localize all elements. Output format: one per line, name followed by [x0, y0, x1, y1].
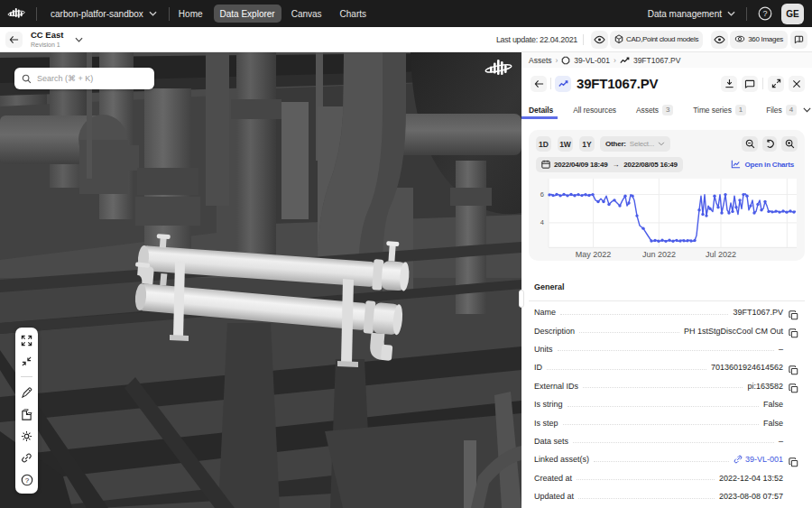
svg-text:?: ?	[24, 476, 29, 485]
svg-text:Jun 2022: Jun 2022	[642, 250, 676, 259]
svg-text:?: ?	[762, 9, 767, 18]
svg-text:4: 4	[540, 218, 544, 226]
svg-text:6: 6	[540, 190, 544, 199]
svg-text:Jul 2022: Jul 2022	[706, 250, 736, 259]
svg-text:May 2022: May 2022	[576, 250, 612, 259]
